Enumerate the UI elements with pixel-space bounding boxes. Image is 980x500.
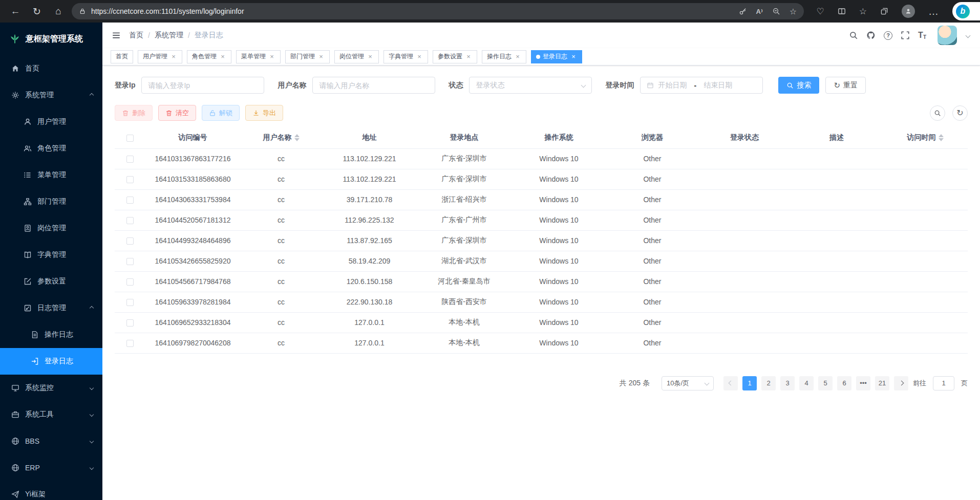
sort-icons[interactable] (294, 134, 300, 141)
jump-page-input[interactable] (933, 376, 954, 390)
row-checkbox[interactable] (126, 340, 134, 347)
sort-desc-icon[interactable] (939, 138, 944, 141)
font-size-button[interactable]: TT (918, 31, 926, 40)
refresh-button[interactable]: ↻ (29, 3, 45, 19)
sidebar-item-erp[interactable]: ERP (0, 454, 102, 481)
table-row[interactable]: 1641044520567181312 cc 112.96.225.132 广东… (115, 210, 968, 230)
sidebar-item-menu-management[interactable]: 菜单管理 (0, 162, 102, 188)
export-button[interactable]: 导出 (245, 105, 283, 121)
close-icon[interactable]: × (367, 53, 374, 60)
close-icon[interactable]: × (514, 53, 521, 60)
column-username[interactable]: 用户名称 (240, 127, 322, 148)
row-checkbox[interactable] (126, 176, 134, 183)
split-screen-icon[interactable] (838, 7, 846, 15)
table-row[interactable]: 1641031367863177216 cc 113.102.129.221 广… (115, 148, 968, 169)
page-button-5[interactable]: 5 (818, 376, 833, 390)
sidebar-item-department-management[interactable]: 部门管理 (0, 188, 102, 215)
unlock-button[interactable]: 解锁 (202, 105, 240, 121)
table-row[interactable]: 1641044993248464896 cc 113.87.92.165 广东省… (115, 230, 968, 251)
sidebar-item-operation-log[interactable]: 操作日志 (0, 321, 102, 348)
breadcrumb-home[interactable]: 首页 (129, 31, 143, 40)
next-page-button[interactable] (894, 376, 908, 390)
tab-role-management[interactable]: 角色管理× (187, 50, 231, 63)
sidebar-item-system-tools[interactable]: 系统工具 (0, 401, 102, 428)
close-icon[interactable]: × (317, 53, 325, 60)
table-row[interactable]: 1641031533185863680 cc 113.102.129.221 广… (115, 169, 968, 189)
table-row[interactable]: 1641069652933218304 cc 127.0.0.1 本地-本机 W… (115, 312, 968, 333)
back-button[interactable]: ← (7, 3, 24, 19)
collections-icon[interactable] (880, 7, 888, 15)
password-key-icon[interactable] (739, 7, 747, 15)
home-button[interactable]: ⌂ (50, 3, 67, 19)
favorites-icon[interactable]: ☆ (859, 7, 867, 16)
more-pages-button[interactable]: ••• (856, 376, 870, 390)
tab-operation-log[interactable]: 操作日志× (482, 50, 526, 63)
sidebar-item-home[interactable]: 首页 (0, 55, 102, 82)
tab-dictionary-management[interactable]: 字典管理× (384, 50, 428, 63)
sort-desc-icon[interactable] (294, 138, 300, 141)
sort-icons[interactable] (939, 134, 944, 141)
tab-parameter-settings[interactable]: 参数设置× (433, 50, 477, 63)
search-button[interactable]: 搜索 (778, 77, 819, 94)
add-favorite-icon[interactable]: ☆ (790, 7, 797, 16)
tab-login-log[interactable]: 登录日志× (531, 50, 582, 63)
page-size-select[interactable]: 10条/页 (662, 376, 714, 390)
header-search-button[interactable] (849, 31, 858, 40)
row-checkbox[interactable] (126, 258, 134, 265)
tab-menu-management[interactable]: 菜单管理× (236, 50, 281, 63)
select-all-checkbox[interactable] (126, 135, 134, 142)
tab-home[interactable]: 首页 (111, 50, 133, 63)
column-visit-time[interactable]: 访问时间 (883, 127, 968, 148)
tab-post-management[interactable]: 岗位管理× (334, 50, 379, 63)
close-icon[interactable]: × (416, 53, 423, 60)
table-row[interactable]: 1641069798270046208 cc 127.0.0.1 本地-本机 W… (115, 333, 968, 353)
table-row[interactable]: 1641053426655825920 cc 58.19.42.209 湖北省-… (115, 251, 968, 271)
breadcrumb-system-management[interactable]: 系统管理 (155, 31, 183, 40)
fullscreen-button[interactable] (901, 31, 910, 40)
close-icon[interactable]: × (465, 53, 472, 60)
clear-button[interactable]: 清空 (158, 105, 196, 121)
page-button-4[interactable]: 4 (799, 376, 814, 390)
table-row[interactable]: 1641043063331753984 cc 39.171.210.78 浙江省… (115, 189, 968, 210)
prev-page-button[interactable] (723, 376, 738, 390)
row-checkbox[interactable] (126, 299, 134, 306)
user-avatar[interactable] (938, 26, 957, 45)
help-button[interactable]: ? (884, 31, 892, 40)
tab-user-management[interactable]: 用户管理× (138, 50, 182, 63)
sort-asc-icon[interactable] (939, 134, 944, 137)
row-checkbox[interactable] (126, 319, 134, 327)
table-refresh-button[interactable]: ↻ (952, 105, 968, 121)
page-button-2[interactable]: 2 (761, 376, 776, 390)
ip-input[interactable] (148, 81, 258, 90)
sidebar-toggle-button[interactable] (112, 31, 121, 40)
settings-menu-icon[interactable]: … (928, 6, 939, 16)
close-icon[interactable]: × (268, 53, 275, 60)
reset-button[interactable]: ↻ 重置 (825, 77, 866, 94)
username-input[interactable] (319, 81, 429, 90)
site-info-icon[interactable] (79, 8, 86, 15)
sidebar-item-system-management[interactable]: 系统管理 (0, 82, 102, 108)
close-icon[interactable]: × (219, 53, 226, 60)
search-toggle-button[interactable] (930, 105, 945, 121)
sidebar-item-log-management[interactable]: 日志管理 (0, 295, 102, 321)
date-range-picker[interactable]: 开始日期 - 结束日期 (640, 77, 763, 94)
sidebar-item-system-monitor[interactable]: 系统监控 (0, 375, 102, 401)
sidebar-item-yi-framework[interactable]: Yi框架 (0, 481, 102, 500)
table-row[interactable]: 1641059633978281984 cc 222.90.130.18 陕西省… (115, 292, 968, 312)
row-checkbox[interactable] (126, 278, 134, 286)
avatar-dropdown-icon[interactable] (966, 33, 971, 38)
row-checkbox[interactable] (126, 197, 134, 204)
browser-profile-avatar[interactable] (902, 5, 915, 18)
page-button-21[interactable]: 21 (875, 376, 889, 390)
sidebar-item-parameter-settings[interactable]: 参数设置 (0, 268, 102, 295)
sidebar-item-user-management[interactable]: 用户管理 (0, 108, 102, 135)
zoom-out-icon[interactable] (772, 7, 780, 15)
sort-asc-icon[interactable] (294, 134, 300, 137)
row-checkbox[interactable] (126, 237, 134, 245)
sidebar-item-login-log[interactable]: 登录日志 (0, 348, 102, 375)
address-bar[interactable]: https://ccnetcore.com:1101/system/log/lo… (72, 3, 804, 19)
status-select[interactable]: 登录状态 (469, 77, 592, 94)
sidebar-item-role-management[interactable]: 角色管理 (0, 135, 102, 162)
page-button-3[interactable]: 3 (780, 376, 795, 390)
page-button-6[interactable]: 6 (837, 376, 851, 390)
